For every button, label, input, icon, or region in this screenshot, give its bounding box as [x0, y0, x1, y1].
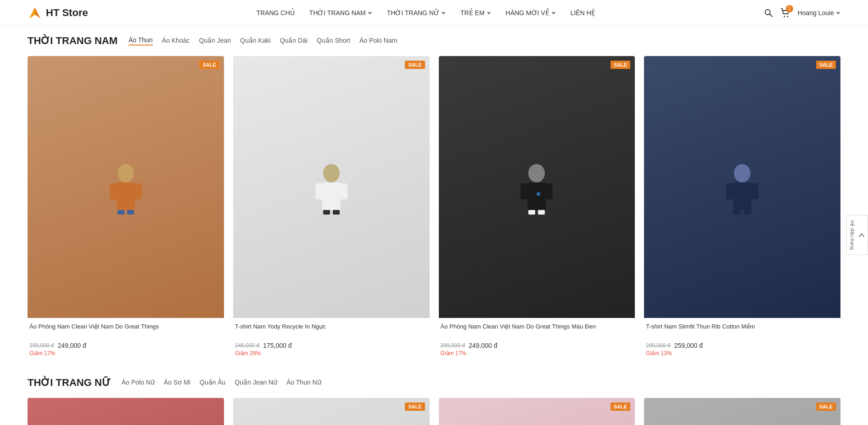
tabs-nam: Áo Thun Áo Khoác Quần Jean Quần Kaki Quầ…: [129, 36, 397, 45]
product-card[interactable]: SALE Quần Jean Nữ Slim 349,000 đ 279,000…: [439, 398, 635, 425]
product-name: Áo Phông Nam Clean Việt Nam Do Great Thi…: [29, 323, 222, 339]
main-content: THỜI TRANG NAM Áo Thun Áo Khoác Quần Jea…: [0, 26, 868, 425]
svg-rect-28: [750, 183, 758, 199]
product-card[interactable]: SALE Áo Phông Nam Clean Việt Nam Do Grea…: [28, 56, 224, 358]
user-menu[interactable]: Hoang Louie: [798, 9, 840, 17]
discount: Giảm 17%: [29, 350, 222, 357]
discount: Giảm 17%: [441, 350, 633, 357]
svg-rect-19: [527, 182, 546, 210]
svg-point-6: [118, 164, 134, 182]
svg-rect-11: [127, 210, 134, 215]
product-card[interactable]: SALE T-shirt Nam Yody Recycle In Ngực 24…: [233, 56, 430, 358]
product-image: [28, 398, 224, 425]
logo-text: HT Store: [46, 7, 88, 19]
tab-ao-thun[interactable]: Áo Thun: [129, 36, 153, 45]
user-name-text: Hoang Louie: [798, 9, 834, 17]
product-card[interactable]: SALE Áo Thun Nữ Basic 199,000 đ 159,000 …: [644, 398, 840, 425]
product-card[interactable]: SALE Áo Phông Nam Clean Việt Nam Do Grea…: [439, 56, 635, 358]
cart-button[interactable]: 1: [780, 8, 790, 18]
product-image: SALE: [233, 398, 430, 425]
product-card[interactable]: SALE Áo Sơ Mi Nữ Trắng 259,000 đ 189,000…: [233, 398, 430, 425]
svg-point-12: [323, 164, 340, 182]
product-info: Áo Phông Nam Clean Việt Nam Do Great Thi…: [439, 318, 635, 358]
section-header-nu: THỜI TRANG NỮ Áo Polo Nữ Áo Sơ Mi Quần Â…: [28, 377, 840, 389]
svg-point-25: [734, 164, 750, 182]
product-name: T-shirt Nam Yody Recycle In Ngực: [235, 323, 428, 339]
svg-rect-15: [339, 183, 347, 199]
logo-icon: [28, 6, 42, 20]
nav-tre-em[interactable]: TRẺ EM: [460, 9, 491, 17]
svg-rect-14: [315, 183, 324, 199]
section-header-nam: THỜI TRANG NAM Áo Thun Áo Khoác Quần Jea…: [28, 35, 840, 47]
nav-thoi-trang-nu[interactable]: THỜI TRANG NỮ: [387, 9, 446, 17]
price-sale: 249,000 đ: [57, 342, 86, 349]
tab-ao-polo-nu[interactable]: Áo Polo Nữ: [122, 379, 155, 387]
product-image-placeholder: [644, 398, 840, 425]
product-image: SALE: [644, 398, 840, 425]
svg-rect-26: [733, 182, 751, 210]
price-original: 299,000 đ: [646, 342, 670, 349]
svg-point-2: [765, 10, 770, 15]
price-sale: 175,000 đ: [263, 342, 291, 349]
svg-rect-30: [744, 210, 751, 215]
chevron-down-icon: [441, 11, 446, 15]
tab-quan-kaki[interactable]: Quần Kaki: [240, 37, 271, 45]
product-image-placeholder: [233, 56, 430, 318]
main-nav: TRANG CHỦ THỜI TRANG NAM THỜI TRANG NỮ T…: [256, 9, 595, 17]
product-info: Áo Phông Nam Clean Việt Nam Do Great Thi…: [28, 318, 224, 358]
tab-ao-so-mi[interactable]: Áo Sơ Mi: [164, 379, 190, 387]
section-nu: THỜI TRANG NỮ Áo Polo Nữ Áo Sơ Mi Quần Â…: [28, 377, 840, 425]
tab-quan-au[interactable]: Quần Âu: [200, 379, 225, 387]
tab-ao-thun-nu[interactable]: Áo Thun Nữ: [286, 379, 321, 387]
tab-ao-polo-nam[interactable]: Áo Polo Nam: [359, 37, 397, 45]
nav-thoi-trang-nam[interactable]: THỜI TRANG NAM: [309, 9, 372, 17]
product-image: SALE: [28, 56, 224, 318]
svg-marker-1: [29, 7, 35, 18]
svg-rect-29: [733, 210, 741, 215]
svg-rect-17: [333, 210, 340, 215]
tab-quan-jean[interactable]: Quần Jean: [199, 37, 231, 45]
scroll-to-top-button[interactable]: Về đầu trang: [846, 215, 868, 255]
product-image-placeholder: [439, 56, 635, 318]
svg-rect-22: [528, 210, 535, 215]
svg-point-5: [787, 16, 788, 17]
product-image: SALE: [644, 56, 840, 318]
chevron-down-icon: [836, 11, 840, 15]
tab-quan-dai[interactable]: Quần Dài: [280, 37, 308, 45]
sale-badge: SALE: [610, 402, 630, 411]
price-sale: 249,000 đ: [469, 342, 497, 349]
logo[interactable]: HT Store: [28, 6, 88, 20]
svg-rect-20: [521, 183, 529, 199]
product-card[interactable]: Áo Polo Nữ Classic 289,000 đ 229,000 đ G…: [28, 398, 224, 425]
product-image: SALE: [439, 398, 635, 425]
tab-quan-short[interactable]: Quần Short: [317, 37, 350, 45]
price-sale: 259,000 đ: [674, 342, 703, 349]
scroll-top-label: Về đầu trang: [850, 220, 856, 250]
cart-count: 1: [786, 5, 793, 12]
product-info: T-shirt Nam Yody Recycle In Ngực 245,000…: [233, 318, 430, 358]
product-card[interactable]: SALE T-shirt Nam Slimfit Thun Rib Cotton…: [644, 56, 840, 358]
search-icon[interactable]: [764, 8, 773, 17]
nav-trang-chu[interactable]: TRANG CHỦ: [256, 9, 294, 17]
discount: Giảm 13%: [646, 350, 839, 357]
tab-quan-jean-nu[interactable]: Quần Jean Nữ: [235, 379, 277, 387]
svg-rect-9: [134, 183, 142, 199]
price-row: 245,000 đ 175,000 đ: [235, 342, 428, 349]
product-name: T-shirt Nam Slimfit Thun Rib Cotton Mềm: [646, 323, 839, 339]
sale-badge: SALE: [405, 61, 425, 69]
svg-point-4: [784, 16, 785, 17]
nav-lien-he[interactable]: LIÊN HỆ: [571, 9, 595, 17]
tab-ao-khoac[interactable]: Áo Khoác: [162, 37, 190, 45]
product-image-placeholder: [28, 56, 224, 318]
svg-rect-10: [118, 210, 124, 215]
nav-hang-moi-ve[interactable]: HÀNG MỚI VỀ: [506, 9, 556, 17]
svg-line-3: [770, 14, 772, 17]
svg-rect-8: [110, 183, 118, 199]
product-grid-nam: SALE Áo Phông Nam Clean Việt Nam Do Grea…: [28, 56, 840, 358]
svg-rect-16: [323, 210, 330, 215]
price-row: 299,000 đ 249,000 đ: [441, 342, 633, 349]
sale-badge: SALE: [405, 402, 425, 411]
section-title-nu: THỜI TRANG NỮ: [28, 377, 111, 389]
svg-point-18: [528, 164, 545, 182]
arrow-up-icon: [858, 232, 865, 238]
